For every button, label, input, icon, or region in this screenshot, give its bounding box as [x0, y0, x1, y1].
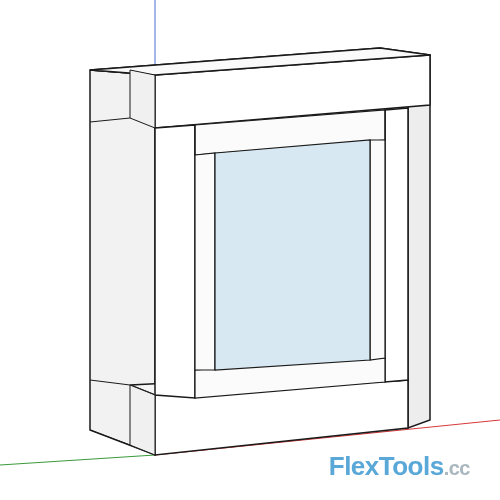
- svg-marker-10: [385, 108, 408, 382]
- model-render: [0, 0, 500, 500]
- watermark-suffix: .cc: [444, 457, 470, 479]
- watermark-brand: FlexTools: [329, 451, 444, 481]
- svg-marker-14: [370, 140, 385, 360]
- svg-marker-7: [155, 125, 195, 398]
- glass-pane: [215, 140, 370, 370]
- svg-marker-9: [130, 385, 155, 455]
- window-component: [90, 48, 430, 455]
- svg-marker-8: [130, 70, 155, 128]
- sketchup-viewport[interactable]: FlexTools.cc: [0, 0, 500, 500]
- y-axis: [0, 455, 155, 465]
- watermark: FlexTools.cc: [329, 451, 470, 482]
- svg-marker-13: [195, 153, 215, 370]
- svg-marker-2: [408, 55, 430, 428]
